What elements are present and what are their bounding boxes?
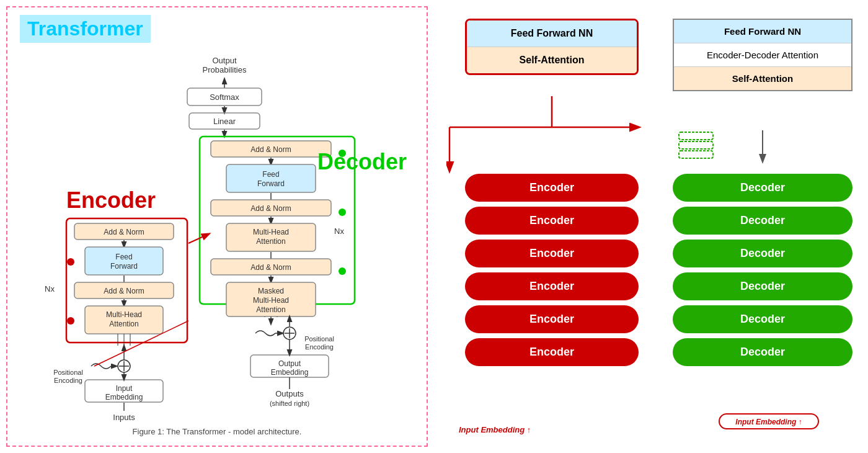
right-top-ff: Feed Forward NN [674, 20, 851, 43]
svg-text:Encoding: Encoding [54, 377, 82, 384]
encoder-block-6: Encoder [465, 338, 639, 366]
svg-text:Output: Output [212, 56, 236, 65]
decoder-stack: Decoder Decoder Decoder Decoder Decoder … [673, 174, 852, 371]
decoder-block-3: Decoder [673, 240, 852, 267]
svg-text:Positional: Positional [304, 335, 334, 343]
transformer-section: Transformer Output Probabilities Softmax… [6, 6, 428, 447]
svg-text:Multi-Head: Multi-Head [253, 296, 289, 305]
encoder-block-4: Encoder [465, 272, 639, 300]
svg-text:Feed: Feed [262, 170, 279, 179]
svg-point-50 [67, 317, 74, 325]
figure-caption: Figure 1: The Transformer - model archit… [133, 427, 302, 436]
svg-text:Encoding: Encoding [305, 343, 334, 351]
transformer-label: Transformer [20, 15, 151, 43]
svg-text:Nx: Nx [45, 284, 55, 294]
svg-text:Nx: Nx [334, 226, 344, 236]
svg-text:Embedding: Embedding [105, 393, 143, 401]
decoder-top-sa: Self-Attention [467, 47, 637, 73]
svg-text:Add & Norm: Add & Norm [250, 204, 291, 213]
svg-text:Probabilities: Probabilities [203, 65, 247, 74]
svg-point-34 [339, 267, 346, 275]
svg-text:Multi-Head: Multi-Head [106, 310, 142, 319]
svg-text:Multi-Head: Multi-Head [253, 228, 289, 236]
decoder-block-4: Decoder [673, 272, 852, 300]
middle-bottom-label: Input Embedding ↑ [459, 425, 531, 434]
svg-text:Forward: Forward [110, 262, 138, 271]
encoder-stack: Encoder Encoder Encoder Encoder Encoder … [465, 174, 639, 371]
right-top-enc-dec: Encoder-Decoder Attention [674, 43, 851, 67]
decoder-block-1: Decoder [673, 174, 852, 202]
svg-text:Attention: Attention [256, 237, 285, 246]
decoder-block-6: Decoder [673, 338, 852, 366]
right-top-block: Feed Forward NN Encoder-Decoder Attentio… [673, 19, 852, 91]
svg-text:Masked: Masked [258, 287, 284, 295]
decoder-block-5: Decoder [673, 305, 852, 333]
stack-connector-area [673, 127, 852, 164]
svg-text:Positional: Positional [53, 369, 83, 376]
middle-section: Feed Forward NN Self-Attention Encoder E… [446, 6, 657, 447]
svg-text:Feed: Feed [115, 253, 132, 261]
svg-text:Forward: Forward [257, 179, 285, 188]
svg-point-49 [67, 258, 74, 266]
svg-text:Outputs: Outputs [275, 389, 304, 398]
svg-text:Input: Input [116, 384, 133, 393]
arch-diagram: Output Probabilities Softmax Linear Add … [32, 51, 417, 423]
svg-line-79 [188, 234, 209, 243]
svg-text:Output: Output [278, 359, 301, 368]
decoder-top-block: Feed Forward NN Self-Attention [465, 19, 639, 75]
decoder-top-ff: Feed Forward NN [467, 20, 637, 47]
svg-text:Softmax: Softmax [210, 92, 239, 102]
encoder-block-3: Encoder [465, 240, 639, 267]
svg-text:Add & Norm: Add & Norm [104, 287, 144, 295]
encoder-block-1: Encoder [465, 174, 639, 202]
encoder-block-2: Encoder [465, 207, 639, 235]
decoder-label: Decoder [317, 149, 407, 175]
svg-text:Add & Norm: Add & Norm [250, 263, 291, 272]
svg-text:Attention: Attention [256, 305, 285, 314]
svg-text:(shifted right): (shifted right) [270, 400, 309, 407]
svg-text:Attention: Attention [109, 320, 138, 328]
right-section: Feed Forward NN Encoder-Decoder Attentio… [666, 6, 859, 447]
encoder-label: Encoder [66, 187, 156, 213]
encoder-block-5: Encoder [465, 305, 639, 333]
svg-rect-92 [679, 132, 713, 140]
right-top-sa: Self-Attention [674, 67, 851, 90]
svg-text:Linear: Linear [213, 117, 236, 126]
svg-point-33 [339, 209, 346, 216]
svg-text:Add & Norm: Add & Norm [104, 228, 144, 236]
decoder-block-2: Decoder [673, 207, 852, 235]
svg-text:Embedding: Embedding [271, 368, 309, 377]
right-bottom-label: Input Embedding ↑ [670, 411, 849, 434]
svg-rect-93 [679, 141, 713, 149]
svg-text:Input Embedding ↑: Input Embedding ↑ [735, 418, 802, 426]
svg-text:Inputs: Inputs [113, 413, 135, 422]
svg-rect-94 [679, 151, 713, 158]
svg-text:Add & Norm: Add & Norm [250, 145, 291, 154]
